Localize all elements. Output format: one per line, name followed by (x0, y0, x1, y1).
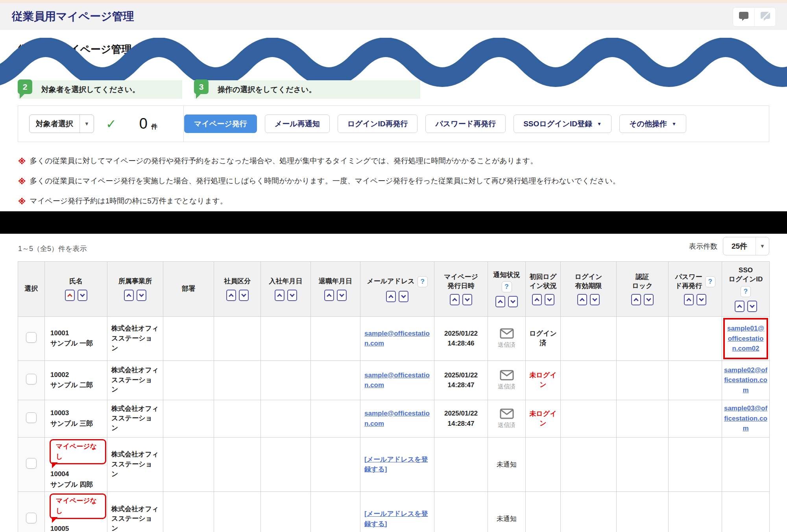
step-2-badge: 2 (18, 79, 32, 94)
col-header-name: 氏名 (45, 262, 107, 317)
sort-desc-button[interactable] (78, 290, 87, 301)
chevron-down-icon: ▼ (756, 237, 769, 255)
col-header-select: 選択 (18, 262, 45, 317)
reissue-password-button[interactable]: パスワード再発行 (425, 115, 506, 133)
sort-desc-button[interactable] (239, 290, 249, 301)
sso-highlight-box: sample01@officestation.com02 (723, 318, 768, 359)
row-checkbox[interactable] (26, 374, 37, 384)
employee-office: 株式会社オフィスステーション (107, 360, 163, 400)
sort-desc-button[interactable] (590, 294, 600, 305)
email-link[interactable]: sample@officestation.com (364, 371, 430, 389)
help-icon[interactable]: ? (502, 281, 512, 292)
sort-desc-button[interactable] (137, 290, 146, 301)
no-mypage-badge: マイページなし (50, 493, 106, 519)
sso-login-id-link[interactable]: sample01@officestation.com02 (727, 325, 764, 352)
first-login-status: ログイン済 (526, 317, 561, 361)
per-page-value: 25件 (723, 237, 756, 255)
sort-desc-button[interactable] (508, 296, 518, 307)
target-select-button[interactable]: 対象者選択 ▼ (29, 115, 94, 133)
note-1: ※ 多くの従業員に対してマイページの発行や発行予約をおこなった場合や、処理が集中… (18, 157, 620, 166)
sort-asc-button[interactable] (495, 296, 505, 307)
issue-mypage-button[interactable]: マイページ発行 (184, 115, 257, 133)
chevron-down-icon[interactable]: ▼ (79, 115, 94, 133)
employee-name: サンプル 三郎 (50, 419, 106, 429)
toolbar-divider (183, 106, 184, 142)
employee-id: 10003 (50, 408, 106, 418)
page-title: 従業員用マイページ管理 (12, 9, 134, 24)
note-2: ※ 多くの従業員にマイページ発行を実施した場合、発行処理にしばらく時間がかかりま… (18, 177, 620, 186)
sort-asc-button[interactable] (532, 294, 542, 305)
other-actions-dropdown[interactable]: その他操作 ▼ (619, 115, 686, 133)
sort-asc-button[interactable] (65, 290, 75, 301)
help-icon[interactable]: ? (705, 276, 715, 287)
row-checkbox[interactable] (26, 513, 37, 523)
resend-mail-button[interactable]: メール再通知 (265, 115, 330, 133)
toolbar-buttons: マイページ発行 メール再通知 ログインID再発行 パスワード再発行 SSOログイ… (184, 115, 686, 133)
per-page-select[interactable]: 25件 ▼ (723, 237, 769, 255)
sso-login-id-link[interactable]: sample02@officestation.com (724, 366, 767, 394)
employee-table-wrap: 選択 氏名 所属事業所 部署 社員区分 入社年月日 退職年月日 メールアドレス?… (18, 261, 770, 532)
sort-desc-button[interactable] (644, 294, 654, 305)
col-header-auth-lock: 認証 ロック (617, 262, 669, 317)
sort-asc-button[interactable] (386, 291, 396, 302)
comment-disabled-button[interactable] (754, 7, 776, 26)
sort-asc-button[interactable] (631, 294, 641, 305)
sort-asc-button[interactable] (275, 290, 285, 301)
selected-count-unit: 件 (151, 123, 157, 131)
top-border-strip (0, 0, 787, 3)
table-row: 10001サンプル 一郎 株式会社オフィスステーション sample@offic… (18, 317, 770, 361)
selected-count: 0 件 (139, 115, 157, 132)
sort-asc-button[interactable] (124, 290, 134, 301)
issued-time: 14:28:46 (435, 338, 487, 349)
sort-desc-button[interactable] (337, 290, 347, 301)
email-link[interactable]: sample@officestation.com (364, 330, 430, 347)
sort-asc-button[interactable] (577, 294, 587, 305)
step-2: 2 対象者を選択してください。 (18, 80, 182, 99)
register-email-link[interactable]: [メールアドレスを登録する] (364, 456, 428, 473)
register-email-link[interactable]: [メールアドレスを登録する] (364, 510, 428, 528)
sort-desc-button[interactable] (696, 294, 706, 305)
sort-desc-button[interactable] (287, 290, 297, 301)
employee-name: サンプル 四郎 (50, 480, 106, 490)
sso-login-id-link[interactable]: sample03@officestation.com (724, 405, 767, 432)
reissue-loginid-button[interactable]: ログインID再発行 (338, 115, 418, 133)
row-checkbox[interactable] (26, 458, 37, 469)
sort-asc-button[interactable] (735, 301, 745, 312)
comment-icon (738, 11, 749, 23)
table-row: マイページなし 10004 サンプル 四郎 株式会社オフィスステーション [メー… (18, 437, 770, 491)
col-header-notification: 通知状況 ? (488, 262, 526, 317)
first-login-status: 未ログイン (526, 360, 561, 400)
help-icon[interactable]: ? (741, 286, 751, 297)
sort-asc-button[interactable] (450, 294, 460, 305)
employee-office: 株式会社オフィスステーション (107, 437, 163, 491)
sort-asc-button[interactable] (226, 290, 236, 301)
row-checkbox[interactable] (26, 412, 37, 423)
col-header-login-expiry: ログイン 有効期限 (561, 262, 617, 317)
col-header-sso-loginid: SSO ログインID ? (722, 262, 770, 317)
sso-loginid-register-dropdown[interactable]: SSOログインID登録 ▼ (514, 115, 611, 133)
sort-asc-button[interactable] (684, 294, 694, 305)
chevron-down-icon: ▼ (672, 121, 676, 127)
sort-desc-button[interactable] (747, 301, 757, 312)
action-toolbar: 対象者選択 ▼ ✓ 0 件 マイページ発行 メール再通知 ログインID再発行 パ… (18, 105, 769, 142)
table-row: マイページなし 10005 サンプル 五郎 株式会社オフィスステーション [メー… (18, 491, 770, 532)
note-mark: ※ (18, 197, 26, 206)
sort-desc-button[interactable] (545, 294, 554, 305)
col-header-employee-type: 社員区分 (214, 262, 261, 317)
redaction-bar (0, 211, 787, 234)
sort-asc-button[interactable] (324, 290, 334, 301)
email-link[interactable]: sample@officestation.com (364, 410, 430, 427)
note-mark: ※ (18, 157, 26, 166)
row-checkbox[interactable] (26, 332, 37, 343)
step-3: 3 操作の選択をしてください。 (194, 80, 420, 99)
employee-office: 株式会社オフィスステーション (107, 400, 163, 437)
sort-desc-button[interactable] (399, 291, 408, 302)
comment-button[interactable] (733, 7, 754, 26)
step-2-label: 対象者を選択してください。 (41, 85, 140, 95)
sort-desc-button[interactable] (462, 294, 472, 305)
chevron-down-icon: ▼ (597, 121, 602, 127)
notification-status: 未通知 (488, 491, 526, 532)
notification-status: 送信済 (489, 341, 525, 349)
help-icon[interactable]: ? (418, 276, 428, 287)
check-icon: ✓ (106, 116, 116, 131)
